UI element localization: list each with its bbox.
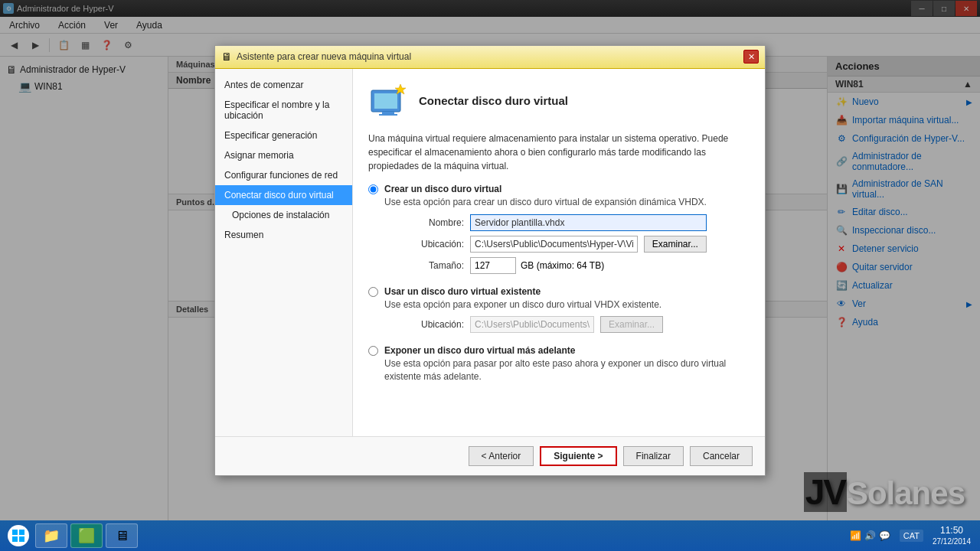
notification-icon: 💬 (879, 530, 890, 541)
radio-crear: Crear un disco duro virtual Use esta opc… (368, 184, 750, 279)
ubicacion-label: Ubicación: (403, 239, 464, 249)
ubicacion-input[interactable] (470, 236, 638, 253)
tamano-unit: GB (máximo: 64 TB) (521, 260, 604, 271)
nav-memoria[interactable]: Asignar memoria (215, 145, 352, 165)
dialog-description: Una máquina virtual requiere almacenamie… (368, 132, 750, 173)
radio-exponer-content: Exponer un disco duro virtual más adelan… (384, 345, 750, 383)
svg-rect-6 (19, 530, 24, 535)
finalizar-button[interactable]: Finalizar (623, 446, 684, 466)
dialog-title-left: 🖥 Asistente para crear nueva máquina vir… (221, 51, 411, 63)
svg-rect-8 (19, 536, 24, 542)
dialog-title: Asistente para crear nueva máquina virtu… (237, 51, 411, 62)
taskbar-app-store[interactable]: 🟩 (70, 523, 103, 548)
svg-rect-5 (12, 530, 18, 535)
clock-time: 11:50 (933, 525, 971, 537)
page-title: Conectar disco duro virtual (419, 94, 568, 107)
taskbar-right: 📶 🔊 💬 CAT 11:50 27/12/2014 (845, 525, 975, 547)
dialog-page-header: Conectar disco duro virtual (368, 81, 750, 121)
form-crear: Nombre: Ubicación: Examinar... Tamaño: G… (403, 214, 707, 274)
dialog: 🖥 Asistente para crear nueva máquina vir… (214, 45, 766, 476)
volume-icon: 🔊 (864, 530, 876, 541)
nav-generacion[interactable]: Especificar generación (215, 126, 352, 145)
ubicacion2-label: Ubicación: (403, 319, 464, 330)
network-icon: 📶 (850, 530, 861, 541)
sys-tray: 📶 🔊 💬 (845, 530, 895, 541)
radio-exponer-label: Exponer un disco duro virtual más adelan… (384, 345, 750, 356)
start-button[interactable] (5, 523, 32, 548)
svg-rect-1 (374, 93, 397, 109)
svg-rect-2 (382, 112, 394, 114)
nav-disco[interactable]: Conectar disco duro virtual (215, 185, 352, 205)
nav-nombre[interactable]: Especificar el nombre y la ubicación (215, 95, 352, 126)
clock: 11:50 27/12/2014 (928, 525, 975, 547)
radio-crear-label: Crear un disco duro virtual (384, 184, 707, 194)
tamano-label: Tamaño: (403, 260, 464, 271)
nav-opciones[interactable]: Opciones de instalación (215, 205, 352, 225)
form-usar: Ubicación: Examinar... (403, 316, 663, 333)
windows-logo (8, 525, 29, 546)
cancelar-button[interactable]: Cancelar (690, 446, 753, 466)
radio-usar-desc: Use esta opción para exponer un disco du… (384, 298, 663, 311)
dialog-icon: 🖥 (221, 51, 232, 63)
examinar1-button[interactable]: Examinar... (644, 236, 707, 253)
page-icon (368, 81, 408, 121)
dialog-nav: Antes de comenzar Especificar el nombre … (215, 69, 353, 436)
dialog-footer: < Anterior Siguiente > Finalizar Cancela… (215, 436, 765, 475)
radio-exponer-input[interactable] (368, 346, 378, 356)
anterior-button[interactable]: < Anterior (469, 446, 534, 466)
taskbar: 📁 🟩 🖥 📶 🔊 💬 CAT 11:50 27/12/2014 (0, 520, 980, 551)
siguiente-button[interactable]: Siguiente > (540, 446, 616, 466)
examinar2-button: Examinar... (600, 316, 663, 333)
radio-crear-content: Crear un disco duro virtual Use esta opc… (384, 184, 707, 279)
svg-rect-3 (379, 114, 397, 116)
radio-usar-content: Usar un disco duro virtual existente Use… (384, 286, 663, 337)
radio-crear-desc: Use esta opción para crear un disco duro… (384, 196, 707, 209)
clock-date: 27/12/2014 (933, 536, 971, 546)
nav-antes[interactable]: Antes de comenzar (215, 75, 352, 95)
radio-exponer-desc: Use esta opción para pasar por alto este… (384, 357, 750, 383)
dialog-content: Conectar disco duro virtual Una máquina … (353, 69, 765, 436)
radio-usar: Usar un disco duro virtual existente Use… (368, 286, 750, 337)
ubicacion2-input (470, 316, 594, 333)
radio-crear-input[interactable] (368, 184, 378, 194)
taskbar-app-hyperv[interactable]: 🖥 (106, 523, 138, 548)
nombre-label: Nombre: (403, 217, 464, 228)
nav-red[interactable]: Configurar funciones de red (215, 165, 352, 185)
dialog-title-bar: 🖥 Asistente para crear nueva máquina vir… (215, 46, 765, 69)
modal-overlay: 🖥 Asistente para crear nueva máquina vir… (0, 0, 980, 520)
dialog-close-button[interactable]: ✕ (743, 50, 759, 64)
radio-exponer: Exponer un disco duro virtual más adelan… (368, 345, 750, 383)
nav-resumen[interactable]: Resumen (215, 225, 352, 245)
dialog-body: Antes de comenzar Especificar el nombre … (215, 69, 765, 436)
svg-rect-7 (12, 536, 18, 542)
language-badge[interactable]: CAT (900, 530, 923, 542)
radio-usar-input[interactable] (368, 287, 378, 297)
tamano-input[interactable] (470, 257, 516, 274)
radio-usar-label: Usar un disco duro virtual existente (384, 286, 663, 297)
tamano-row: GB (máximo: 64 TB) (470, 257, 638, 274)
nombre-input[interactable] (470, 214, 707, 231)
taskbar-app-explorer[interactable]: 📁 (35, 523, 67, 548)
